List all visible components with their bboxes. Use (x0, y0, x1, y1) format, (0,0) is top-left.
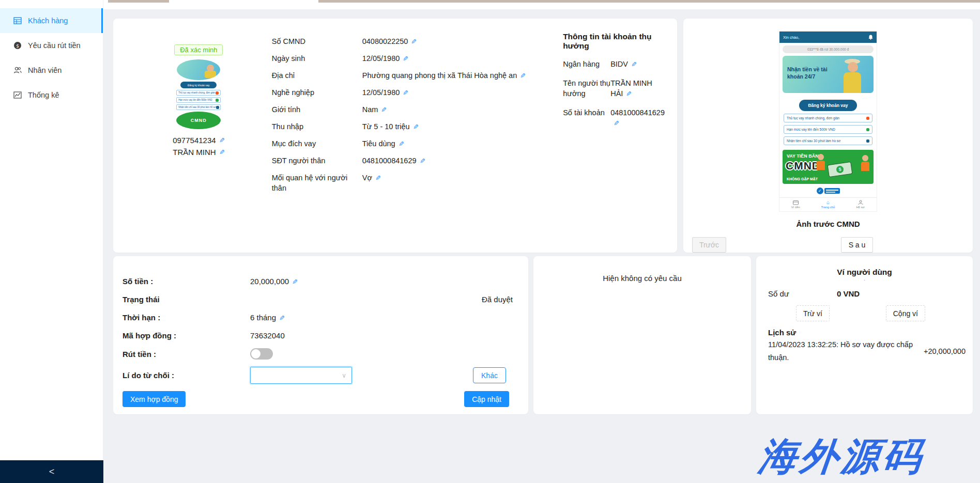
edit-icon[interactable]: ✎ (411, 37, 417, 47)
sidebar-item-thong-ke[interactable]: Thống kê (0, 83, 103, 107)
customer-name: TRẦN MINH (173, 148, 216, 157)
history-row: 11/04/2023 13:32:25: Hồ sơ vay được chấp… (768, 338, 966, 365)
field-row: Địa chỉPhường quang phong thị xã Thái Hò… (272, 70, 563, 81)
avatar-mini-row: Hạn mức vay lên đến 500tr VND (176, 97, 221, 103)
balance-value: 0 VND (837, 289, 860, 298)
withdraw-toggle[interactable] (250, 348, 273, 360)
other-reason-button[interactable]: Khác (473, 367, 506, 383)
clock-icon (216, 106, 219, 109)
banner-person-body (844, 72, 861, 93)
sidebar-item-label: Thống kê (28, 91, 59, 99)
dollar-circle-icon: $ (13, 41, 22, 50)
edit-icon[interactable]: ✎ (292, 278, 298, 286)
field-row: Mục đích vayTiêu dùng✎ (272, 138, 563, 149)
edit-icon[interactable]: ✎ (420, 156, 425, 166)
table-icon (13, 17, 22, 25)
next-photo-button[interactable]: S a u (841, 237, 873, 253)
history-entry: 11/04/2023 13:32:25: Hồ sơ vay được chấp… (768, 338, 923, 365)
avatar-mini-button: Đăng ký khoản vay (180, 82, 217, 88)
edit-icon[interactable]: ✎ (403, 88, 408, 98)
reject-reason-select[interactable]: ∨ (250, 367, 352, 384)
money-note: $ (828, 162, 853, 177)
app-promo-banner: VAY TIỀN BẰNG CMND KHÔNG GẶP MẶT $ (783, 150, 874, 184)
chevron-down-icon: ∨ (342, 372, 346, 379)
field-row: Mối quan hệ với người thânVợ✎ (272, 173, 563, 193)
app-feature-row: Nhận tiền chỉ sau 30 phút làm hồ sơ (784, 136, 872, 145)
beneficiary-row: Số tài khoản0481000841629✎ (563, 107, 665, 129)
loan-term-row: Thời hạn : 6 tháng✎ (122, 312, 519, 323)
status-badge: Đã duyệt (482, 295, 513, 304)
edit-icon[interactable]: ✎ (626, 89, 632, 99)
clock-icon (866, 139, 869, 143)
app-feature-row: Thủ tục vay nhanh chóng, đơn giản (784, 114, 872, 122)
wallet-subtitle-dot: . (756, 277, 973, 281)
window-edge-artifact (318, 0, 980, 3)
update-button[interactable]: Cập nhật (464, 391, 509, 407)
field-row: Số CMND04080022250✎ (272, 36, 563, 47)
edit-icon[interactable]: ✎ (375, 173, 381, 183)
add-wallet-button[interactable]: Cộng ví (886, 305, 925, 321)
edit-icon[interactable]: ✎ (413, 122, 419, 132)
banner-person-head (848, 62, 858, 72)
app-feature-row: Hạn mức vay lên đến 500tr VND (784, 125, 872, 134)
field-row: Ngày sinh12/05/1980✎ (272, 53, 563, 64)
edit-icon[interactable]: ✎ (403, 54, 408, 64)
avatar: Đăng ký khoản vay Thủ tục vay nhanh chón… (176, 59, 221, 129)
beneficiary-title: Thông tin tài khoản thụ hưởng (563, 32, 665, 51)
avatar-promo-image: CMND (176, 112, 221, 129)
prev-photo-button[interactable]: Trước (692, 237, 726, 253)
svg-text:$: $ (16, 43, 19, 49)
field-row: Thu nhậpTừ 5 - 10 triệu✎ (272, 121, 563, 132)
view-contract-button[interactable]: Xem hợp đồng (122, 391, 186, 407)
app-register-button: Đăng ký khoản vay (799, 100, 857, 111)
edit-icon[interactable]: ✎ (631, 59, 637, 70)
avatar-banner-image (177, 59, 220, 80)
loan-detail-card: Số tiền : 20,000,000✎ Trạng thái Đã duyệ… (113, 256, 528, 414)
app-banner: Nhận tiền về tài khoản 24/7 (783, 56, 874, 93)
loan-withdraw-row: Rút tiền : (122, 348, 519, 360)
edit-icon[interactable]: ✎ (381, 105, 387, 115)
beneficiary-row: Tên người thụ hưởngTRẦN MINH HẢI✎ (563, 78, 665, 99)
sidebar-collapse-trigger[interactable]: < (0, 460, 103, 483)
window-edge-artifact (108, 0, 169, 3)
customer-profile-card: Đã xác minh Đăng ký khoản vay Thủ tục va… (113, 19, 677, 253)
bell-icon (868, 35, 873, 40)
beneficiary-section: Thông tin tài khoản thụ hưởng Ngân hàngB… (563, 19, 665, 253)
customer-fields: Số CMND04080022250✎ Ngày sinh12/05/1980✎… (272, 19, 563, 253)
edit-icon[interactable]: ✎ (520, 71, 526, 81)
sidebar-item-label: Nhân viên (28, 66, 62, 74)
edit-icon[interactable]: ✎ (279, 314, 285, 322)
edit-icon[interactable]: ✎ (614, 118, 619, 129)
app-header: Xin chào, (779, 32, 877, 43)
sidebar-item-yeu-cau-rut-tien[interactable]: $ Yêu cầu rút tiền (0, 33, 103, 58)
edit-icon[interactable]: ✎ (399, 139, 404, 149)
loan-amount-row: Số tiền : 20,000,000✎ (122, 276, 519, 287)
loan-status-row: Trạng thái Đã duyệt (122, 294, 519, 305)
sidebar-item-khach-hang[interactable]: Khách hàng (0, 8, 103, 33)
app-bottom-nav: Ví tiền ⌂ Trang chủ Hồ sơ (779, 197, 877, 211)
watermark: 海外源码 (756, 431, 927, 483)
history-amount: +20,000,000 (924, 347, 966, 355)
home-icon: ⌂ (826, 200, 830, 205)
sidebar-item-label: Yêu cầu rút tiền (28, 41, 81, 50)
subtract-wallet-button[interactable]: Trừ ví (796, 305, 830, 321)
sidebar-item-label: Khách hàng (28, 17, 68, 25)
cmnd-photo-preview: Xin chào, 033***8 đã rút 30.000.000 đ Nh… (779, 31, 877, 212)
edit-icon[interactable]: ✎ (219, 136, 225, 144)
no-request-message: Hiện không có yêu cầu (603, 274, 682, 283)
wallet-icon (793, 200, 799, 205)
badge-icon (216, 99, 219, 102)
sidebar-item-nhan-vien[interactable]: Nhân viên (0, 58, 103, 83)
cmnd-photo-card: Xin chào, 033***8 đã rút 30.000.000 đ Nh… (683, 19, 973, 253)
badge-icon (866, 128, 869, 131)
field-row: Nghề nghiệp12/05/1980✎ (272, 87, 563, 98)
edit-icon[interactable]: ✎ (219, 148, 225, 156)
promo-character (817, 154, 825, 170)
withdraw-request-card: Hiện không có yêu cầu (533, 256, 751, 414)
field-row: SĐT người thân0481000841629✎ (272, 155, 563, 166)
history-label: Lịch sử (768, 328, 973, 337)
chevron-left-icon: < (49, 466, 55, 477)
customer-phone: 0977541234 (173, 136, 216, 145)
bell-icon (866, 117, 869, 120)
person-icon (858, 200, 863, 205)
